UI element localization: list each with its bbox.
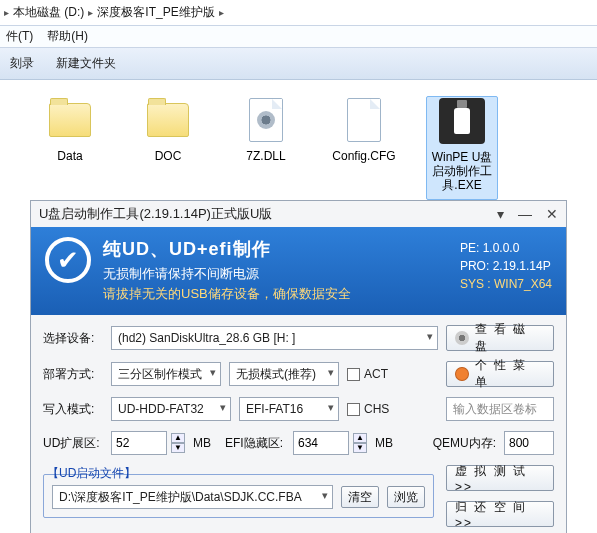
breadcrumb: ▸ 本地磁盘 (D:)▸ 深度极客IT_PE维护版▸ [0, 0, 597, 26]
pe-version: PE: 1.0.0.0 [460, 239, 552, 257]
browse-button[interactable]: 浏览 [387, 486, 425, 508]
menu-tools[interactable]: 件(T) [6, 28, 33, 45]
file-doc[interactable]: DOC [132, 96, 204, 200]
chevron-right-icon: ▸ [4, 7, 9, 18]
usb-tool-icon [439, 98, 485, 144]
titlebar: U盘启动制作工具(2.19.1.14P)正式版U版 ▾ — ✕ [31, 201, 566, 227]
dll-icon [249, 98, 283, 142]
device-select[interactable]: (hd2) SanDiskUltra_28.6 GB [H: ] [111, 326, 438, 350]
label-udext: UD扩展区: [43, 435, 103, 452]
pro-version: PRO: 2.19.1.14P [460, 257, 552, 275]
return-space-button[interactable]: 归 还 空 间 >> [446, 501, 554, 527]
banner: ✔ 纯UD、UD+efi制作 无损制作请保持不间断电源 请拔掉无关的USB储存设… [31, 227, 566, 315]
user-icon [455, 367, 469, 381]
dropdown-icon[interactable]: ▾ [497, 206, 504, 222]
file-winpe-exe[interactable]: WinPE U盘启动制作工具.EXE [426, 96, 498, 200]
file-data[interactable]: Data [34, 96, 106, 200]
label-qemu: QEMU内存: [433, 435, 496, 452]
breadcrumb-seg-drive[interactable]: 本地磁盘 (D:)▸ [13, 4, 93, 21]
folder-icon [49, 103, 91, 137]
version-panel: PE: 1.0.0.0 PRO: 2.19.1.14P SYS : WIN7_X… [460, 239, 552, 293]
breadcrumb-seg-folder[interactable]: 深度极客IT_PE维护版▸ [97, 4, 223, 21]
volume-label-input[interactable]: 输入数据区卷标 [446, 397, 554, 421]
window-title: U盘启动制作工具(2.19.1.14P)正式版U版 [39, 205, 272, 223]
ud-path-select[interactable]: D:\深度极客IT_PE维护版\Data\SDJK.CC.FBA [52, 485, 333, 509]
label-efihide: EFI隐藏区: [225, 435, 285, 452]
banner-title: 纯UD、UD+efi制作 [103, 237, 351, 261]
sys-version: SYS : WIN7_X64 [460, 275, 552, 293]
efi-mode-select[interactable]: EFI-FAT16 [239, 397, 339, 421]
check-icon: ✔ [45, 237, 91, 283]
clear-button[interactable]: 清空 [341, 486, 379, 508]
chs-checkbox[interactable]: CHS [347, 402, 389, 416]
efihide-spinner[interactable]: ▲▼ [353, 433, 367, 453]
minimize-button[interactable]: — [518, 206, 532, 222]
banner-sub1: 无损制作请保持不间断电源 [103, 265, 351, 283]
close-button[interactable]: ✕ [546, 206, 558, 222]
udext-spinner[interactable]: ▲▼ [171, 433, 185, 453]
disk-icon [455, 331, 469, 345]
label-device: 选择设备: [43, 330, 103, 347]
qemu-input[interactable]: 800 [504, 431, 554, 455]
toolbar-burn[interactable]: 刻录 [10, 55, 34, 72]
menu-help[interactable]: 帮助(H) [47, 28, 88, 45]
ud-mode-select[interactable]: UD-HDD-FAT32 [111, 397, 231, 421]
lossless-select[interactable]: 无损模式(推荐) [229, 362, 339, 386]
label-write: 写入模式: [43, 401, 103, 418]
cfg-icon [347, 98, 381, 142]
file-configcfg[interactable]: Config.CFG [328, 96, 400, 200]
folder-icon [147, 103, 189, 137]
deploy-select[interactable]: 三分区制作模式 [111, 362, 221, 386]
view-disk-button[interactable]: 查 看 磁 盘 [446, 325, 554, 351]
personal-menu-button[interactable]: 个 性 菜 单 [446, 361, 554, 387]
act-checkbox[interactable]: ACT [347, 367, 388, 381]
app-window: U盘启动制作工具(2.19.1.14P)正式版U版 ▾ — ✕ ✔ 纯UD、UD… [30, 200, 567, 533]
virtual-test-button[interactable]: 虚 拟 测 试 >> [446, 465, 554, 491]
file-7zdll[interactable]: 7Z.DLL [230, 96, 302, 200]
label-deploy: 部署方式: [43, 366, 103, 383]
toolbar-new-folder[interactable]: 新建文件夹 [56, 55, 116, 72]
explorer-toolbar: 刻录 新建文件夹 [0, 48, 597, 80]
file-list: Data DOC 7Z.DLL Config.CFG WinPE U盘启动制作工… [0, 80, 597, 200]
efihide-input[interactable]: 634 [293, 431, 349, 455]
menubar: 件(T) 帮助(H) [0, 26, 597, 48]
udext-input[interactable]: 52 [111, 431, 167, 455]
banner-sub2: 请拔掉无关的USB储存设备，确保数据安全 [103, 285, 351, 303]
